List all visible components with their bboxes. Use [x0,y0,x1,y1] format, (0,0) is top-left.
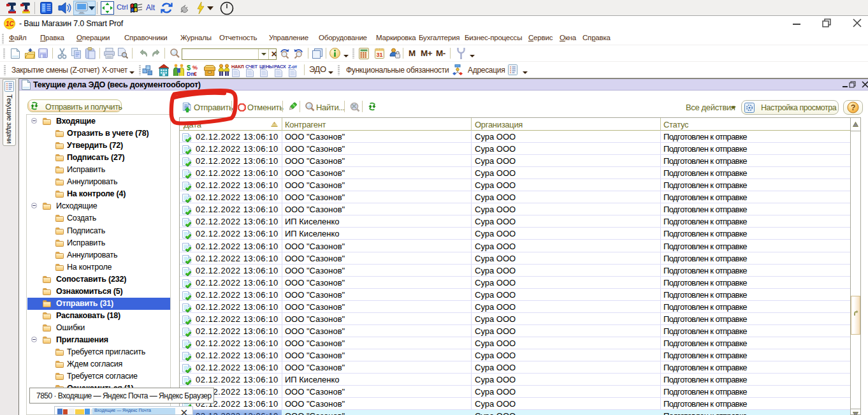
svg-text:€: € [194,71,197,76]
svg-text:31: 31 [376,52,382,58]
svg-text:%: % [192,64,198,71]
svg-text:?: ? [851,103,856,112]
svg-text:1C: 1C [6,20,15,27]
